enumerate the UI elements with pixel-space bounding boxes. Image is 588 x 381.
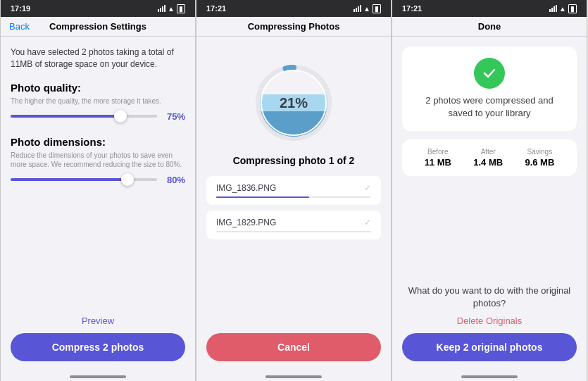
quality-section: Photo quality: The higher the quality, t… xyxy=(11,82,185,136)
file-name-1: IMG_1836.PNG xyxy=(216,183,276,193)
preview-link[interactable]: Preview xyxy=(11,316,185,326)
stat-savings-label: Savings xyxy=(525,148,554,156)
file-progress-fill-1 xyxy=(216,196,309,198)
status-time-2: 17:21 xyxy=(206,4,226,13)
status-bar-1: 17:19 ▲ ▮ xyxy=(1,0,195,17)
wifi-icon-3: ▲ xyxy=(559,5,566,13)
progress-percent: 21% xyxy=(251,61,336,145)
nav-bar-2: Compressing Photos xyxy=(196,17,391,37)
stat-before-label: Before xyxy=(425,148,451,156)
originals-question: What do you want to do with the original… xyxy=(402,285,577,310)
status-icons-3: ▲ ▮ xyxy=(549,4,577,13)
stats-card: Before 11 MB After 1.4 MB Savings 9.6 MB xyxy=(402,139,577,176)
file-top-1: IMG_1836.PNG ✓ xyxy=(216,183,371,193)
file-progress-2 xyxy=(216,231,371,232)
dimensions-slider-fill xyxy=(11,178,127,181)
nav-bar-1: Back Compression Settings xyxy=(1,17,195,37)
dimensions-slider-row: 80% xyxy=(11,175,185,185)
cancel-button[interactable]: Cancel xyxy=(206,333,381,361)
status-time-1: 17:19 xyxy=(11,4,30,13)
panel3-content: 2 photos were compressed and saved to yo… xyxy=(392,37,587,371)
nav-title-2: Compressing Photos xyxy=(248,21,340,32)
stat-after: After 1.4 MB xyxy=(473,148,503,168)
compress-button[interactable]: Compress 2 photos xyxy=(11,333,185,361)
status-bar-2: 17:21 ▲ ▮ xyxy=(196,0,391,17)
panel1-content: You have selected 2 photos taking a tota… xyxy=(1,37,195,371)
signal-icon xyxy=(158,5,165,12)
stat-before-value: 11 MB xyxy=(425,157,451,168)
signal-icon-3 xyxy=(549,5,557,12)
stat-savings: Savings 9.6 MB xyxy=(525,148,554,168)
file-check-2: ✓ xyxy=(364,218,371,227)
file-item-2-inner: IMG_1829.PNG ✓ xyxy=(216,218,371,232)
quality-slider-thumb[interactable] xyxy=(114,110,127,123)
nav-title-1: Compression Settings xyxy=(49,21,146,32)
home-indicator-3 xyxy=(392,371,587,381)
wifi-icon-2: ▲ xyxy=(363,5,370,13)
quality-label: Photo quality: xyxy=(11,82,185,94)
home-bar-2 xyxy=(265,375,322,378)
success-icon xyxy=(474,58,505,89)
file-progress-1 xyxy=(216,196,371,198)
quality-slider-track[interactable] xyxy=(11,115,157,118)
stat-savings-value: 9.6 MB xyxy=(525,157,554,168)
panel2-content: 21% Compressing photo 1 of 2 IMG_1836.PN… xyxy=(196,37,391,371)
file-top-2: IMG_1829.PNG ✓ xyxy=(216,218,371,227)
signal-icon-2 xyxy=(354,5,361,12)
status-icons-2: ▲ ▮ xyxy=(354,4,381,13)
battery-icon: ▮ xyxy=(177,4,185,13)
battery-icon-2: ▮ xyxy=(373,4,381,13)
home-indicator-2 xyxy=(196,371,391,381)
success-card: 2 photos were compressed and saved to yo… xyxy=(402,46,577,131)
battery-icon-3: ▮ xyxy=(568,4,577,13)
panel-compression-settings: 17:19 ▲ ▮ Back Compression Settings You … xyxy=(0,0,196,381)
progress-circle: 21% xyxy=(251,61,336,145)
success-text: 2 photos were compressed and saved to yo… xyxy=(413,94,565,120)
dimensions-slider-track[interactable] xyxy=(11,178,157,181)
dimensions-sublabel: Reduce the dimensions of your photos to … xyxy=(11,151,185,169)
dimensions-value: 80% xyxy=(163,175,185,185)
back-button[interactable]: Back xyxy=(9,21,30,32)
status-time-3: 17:21 xyxy=(402,4,422,13)
dimensions-slider-thumb[interactable] xyxy=(121,173,134,186)
stat-before: Before 11 MB xyxy=(425,148,451,168)
compress-subtitle: Compressing photo 1 of 2 xyxy=(206,155,381,166)
panel-done: 17:21 ▲ ▮ Done 2 photos were compressed … xyxy=(392,0,587,381)
info-text: You have selected 2 photos taking a tota… xyxy=(11,46,185,70)
quality-slider-fill xyxy=(11,115,120,118)
progress-circle-container: 21% xyxy=(206,61,381,145)
dimensions-label: Photo dimensions: xyxy=(11,136,185,148)
dimensions-section: Photo dimensions: Reduce the dimensions … xyxy=(11,136,185,199)
file-item-1-inner: IMG_1836.PNG ✓ xyxy=(216,183,371,198)
status-icons-1: ▲ ▮ xyxy=(158,4,185,13)
quality-sublabel: The higher the quality, the more storage… xyxy=(11,96,185,106)
home-indicator-1 xyxy=(1,371,195,381)
wifi-icon: ▲ xyxy=(168,5,175,13)
home-bar-3 xyxy=(461,375,518,378)
file-item-2: IMG_1829.PNG ✓ xyxy=(206,211,381,239)
keep-button[interactable]: Keep 2 original photos xyxy=(402,333,577,361)
file-check-1: ✓ xyxy=(364,183,371,193)
file-name-2: IMG_1829.PNG xyxy=(216,218,276,227)
status-bar-3: 17:21 ▲ ▮ xyxy=(392,0,587,17)
panel-compressing: 17:21 ▲ ▮ Compressing Photos xyxy=(196,0,392,381)
stat-after-label: After xyxy=(473,148,503,156)
home-bar-1 xyxy=(70,375,126,378)
file-item-1: IMG_1836.PNG ✓ xyxy=(206,176,381,205)
quality-slider-row: 75% xyxy=(11,111,185,122)
nav-title-3: Done xyxy=(478,21,501,32)
checkmark-svg xyxy=(481,65,498,82)
nav-bar-3: Done xyxy=(392,17,587,37)
delete-originals-link[interactable]: Delete Originals xyxy=(402,316,577,326)
quality-value: 75% xyxy=(163,111,185,122)
stat-after-value: 1.4 MB xyxy=(473,157,503,168)
